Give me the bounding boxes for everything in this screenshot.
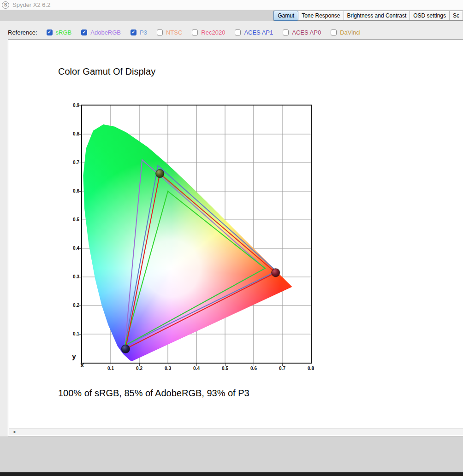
gamut-coverage-summary: 100% of sRGB, 85% of AdobeRGB, 93% of P3 bbox=[58, 388, 249, 399]
x-tick-0.7: 0.7 bbox=[276, 366, 289, 371]
y-tick-mark bbox=[79, 134, 81, 135]
y-tick-mark bbox=[79, 306, 81, 306]
x-tick-0.5: 0.5 bbox=[219, 366, 232, 371]
x-tick-mark bbox=[282, 364, 283, 366]
measured-primary-marker bbox=[121, 345, 130, 353]
reference-option-adobergb[interactable]: ✓AdobeRGB bbox=[81, 29, 121, 36]
chart-title: Color Gamut Of Display bbox=[58, 66, 155, 77]
y-tick-mark bbox=[79, 277, 81, 277]
checkbox-aces-ap1[interactable] bbox=[235, 29, 241, 35]
x-axis-label: x bbox=[80, 361, 84, 369]
reference-row: Reference: ✓sRGB✓AdobeRGB✓P3NTSCRec2020A… bbox=[8, 26, 361, 38]
tab-osd-settings[interactable]: OSD settings bbox=[410, 11, 450, 20]
checkbox-ntsc[interactable] bbox=[157, 29, 163, 35]
gamut-triangle-p3 bbox=[125, 165, 277, 346]
x-tick-0.2: 0.2 bbox=[133, 366, 146, 371]
y-tick-0.3: 0.3 bbox=[66, 274, 79, 279]
x-tick-mark bbox=[168, 364, 168, 366]
horizontal-scrollbar[interactable]: ◄ bbox=[9, 428, 463, 435]
checkbox-rec2020[interactable] bbox=[192, 29, 198, 35]
x-tick-mark bbox=[311, 364, 311, 366]
x-tick-0.8: 0.8 bbox=[304, 366, 317, 371]
y-tick-0.5: 0.5 bbox=[66, 217, 79, 222]
x-tick-mark bbox=[111, 364, 111, 366]
reference-option-srgb[interactable]: ✓sRGB bbox=[47, 29, 72, 36]
checkbox-label-adobergb: AdobeRGB bbox=[90, 29, 121, 36]
checkbox-srgb[interactable]: ✓ bbox=[47, 29, 53, 35]
plot-overlay bbox=[82, 106, 311, 363]
y-axis-label: y bbox=[72, 353, 76, 361]
y-tick-0.6: 0.6 bbox=[66, 188, 79, 194]
x-tick-0.4: 0.4 bbox=[190, 366, 203, 371]
x-tick-mark bbox=[225, 364, 226, 366]
app-logo-icon: S bbox=[2, 1, 9, 9]
checkbox-label-aces-ap0: ACES AP0 bbox=[292, 29, 321, 36]
reference-option-davinci[interactable]: DaVinci bbox=[331, 29, 361, 36]
checkbox-label-p3: P3 bbox=[140, 29, 147, 36]
y-tick-0.7: 0.7 bbox=[66, 160, 79, 165]
y-tick-0.2: 0.2 bbox=[66, 303, 79, 308]
measured-primary-marker bbox=[272, 269, 280, 277]
y-tick-0.8: 0.8 bbox=[66, 131, 79, 136]
checkbox-p3[interactable]: ✓ bbox=[131, 29, 137, 35]
y-tick-mark bbox=[79, 106, 81, 106]
tab-sc[interactable]: Sc bbox=[450, 11, 463, 20]
reference-label: Reference: bbox=[8, 29, 37, 36]
checkbox-label-srgb: sRGB bbox=[56, 29, 72, 36]
bottom-dark-strip bbox=[0, 472, 463, 476]
gamut-triangle-adobergb bbox=[125, 160, 265, 346]
scroll-left-icon[interactable]: ◄ bbox=[12, 430, 16, 434]
checkbox-adobergb[interactable]: ✓ bbox=[81, 29, 87, 35]
gamut-plot: y x 0.10.20.30.40.50.60.70.80.90.10.20.3… bbox=[81, 105, 312, 364]
x-tick-0.3: 0.3 bbox=[161, 366, 174, 371]
x-tick-0.6: 0.6 bbox=[247, 366, 260, 371]
checkbox-label-aces-ap1: ACES AP1 bbox=[244, 29, 273, 36]
spyder-app-window: S Spyder X2 6.2 GamutTone ResponseBright… bbox=[0, 0, 463, 476]
y-tick-mark bbox=[79, 334, 81, 335]
tab-tone-response[interactable]: Tone Response bbox=[298, 11, 344, 20]
checkbox-label-rec2020: Rec2020 bbox=[201, 29, 225, 36]
x-tick-mark bbox=[254, 364, 254, 366]
reference-option-aces-ap0[interactable]: ACES AP0 bbox=[283, 29, 321, 36]
checkbox-aces-ap0[interactable] bbox=[283, 29, 289, 35]
x-tick-mark bbox=[139, 364, 140, 366]
x-tick-0.1: 0.1 bbox=[104, 366, 117, 371]
checkbox-label-ntsc: NTSC bbox=[166, 29, 182, 36]
y-tick-mark bbox=[79, 220, 81, 220]
reference-option-ntsc[interactable]: NTSC bbox=[157, 29, 182, 36]
reference-options: ✓sRGB✓AdobeRGB✓P3NTSCRec2020ACES AP1ACES… bbox=[47, 29, 361, 36]
lower-band bbox=[0, 436, 463, 472]
tab-gamut[interactable]: Gamut bbox=[273, 11, 298, 21]
y-tick-0.4: 0.4 bbox=[66, 246, 79, 251]
y-tick-mark bbox=[79, 191, 81, 192]
checkbox-davinci[interactable] bbox=[331, 29, 337, 35]
reference-option-rec2020[interactable]: Rec2020 bbox=[192, 29, 225, 36]
tab-brightness-and-contrast[interactable]: Brightness and Contrast bbox=[344, 11, 410, 20]
title-bar: S Spyder X2 6.2 bbox=[0, 0, 463, 10]
reference-option-p3[interactable]: ✓P3 bbox=[131, 29, 147, 36]
measured-primary-marker bbox=[156, 170, 164, 178]
y-tick-0.1: 0.1 bbox=[66, 331, 79, 336]
x-tick-mark bbox=[196, 364, 197, 366]
y-tick-mark bbox=[79, 248, 81, 249]
window-title: Spyder X2 6.2 bbox=[12, 1, 50, 8]
y-tick-mark bbox=[79, 163, 81, 163]
y-tick-0.9: 0.9 bbox=[66, 103, 79, 108]
gamut-triangle-srgb bbox=[125, 191, 265, 346]
content-panel: Color Gamut Of Display bbox=[8, 39, 463, 436]
tab-strip: GamutTone ResponseBrightness and Contras… bbox=[273, 11, 463, 21]
tab-band: GamutTone ResponseBrightness and Contras… bbox=[0, 10, 463, 21]
checkbox-label-davinci: DaVinci bbox=[340, 29, 361, 36]
reference-option-aces-ap1[interactable]: ACES AP1 bbox=[235, 29, 273, 36]
